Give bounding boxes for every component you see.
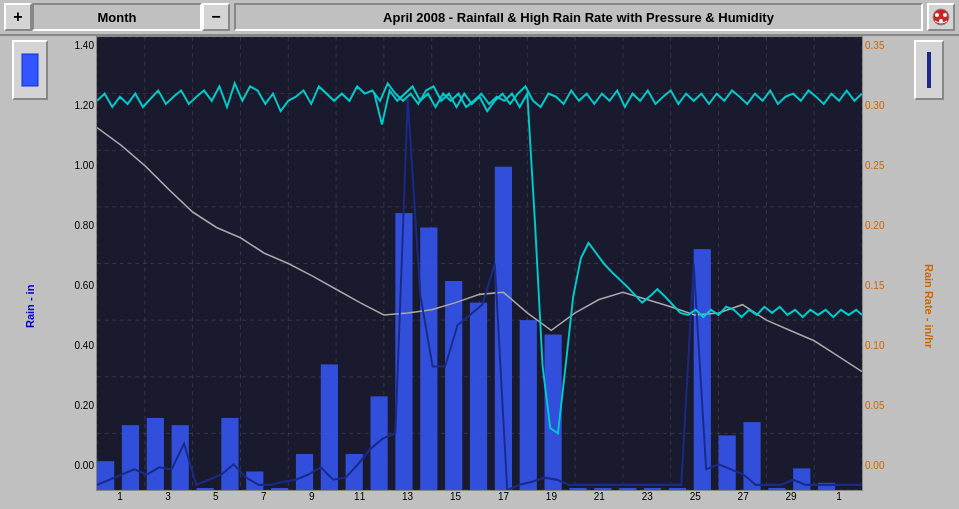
x-tick-15: 15 <box>432 491 480 509</box>
period-label: Month <box>32 3 202 31</box>
y-tick-right-7: 0.00 <box>865 460 899 471</box>
y-tick-left-3: 0.80 <box>60 220 94 231</box>
y-tick-left-2: 1.00 <box>60 160 94 171</box>
svg-rect-36 <box>196 488 213 490</box>
svg-rect-32 <box>97 461 114 490</box>
y-tick-left-7: 0.00 <box>60 460 94 471</box>
rain-rate-legend-button[interactable] <box>914 40 944 100</box>
y-tick-left-1: 1.20 <box>60 100 94 111</box>
x-tick-1: 1 <box>96 491 144 509</box>
y-tick-right-6: 0.05 <box>865 400 899 411</box>
left-axis-label: Rain - in <box>24 104 36 509</box>
x-tick-19: 19 <box>527 491 575 509</box>
x-tick-17: 17 <box>480 491 528 509</box>
svg-rect-50 <box>545 335 562 490</box>
rain-rate-legend-icon <box>921 50 937 90</box>
palette-button[interactable] <box>927 3 955 31</box>
svg-point-2 <box>943 13 947 17</box>
x-tick-3: 3 <box>144 491 192 509</box>
svg-point-1 <box>935 13 939 17</box>
svg-rect-51 <box>569 488 586 490</box>
svg-rect-55 <box>669 488 686 490</box>
y-tick-left-4: 0.60 <box>60 280 94 291</box>
palette-icon <box>931 7 951 27</box>
y-tick-left-0: 1.40 <box>60 40 94 51</box>
y-tick-right-3: 0.20 <box>865 220 899 231</box>
left-axis-container: Rain - in <box>0 36 60 509</box>
svg-rect-4 <box>22 54 38 86</box>
next-button[interactable]: − <box>202 3 230 31</box>
x-tick-5: 5 <box>192 491 240 509</box>
svg-rect-33 <box>122 425 139 490</box>
svg-rect-46 <box>445 281 462 490</box>
svg-rect-58 <box>743 422 760 490</box>
top-bar: + Month − April 2008 - Rainfall & High R… <box>0 0 959 36</box>
x-tick-29: 29 <box>767 491 815 509</box>
svg-rect-52 <box>594 488 611 490</box>
svg-rect-56 <box>694 249 711 490</box>
x-tick-13: 13 <box>384 491 432 509</box>
y-tick-right-0: 0.35 <box>865 40 899 51</box>
svg-rect-53 <box>619 488 636 490</box>
svg-rect-42 <box>346 454 363 490</box>
svg-rect-45 <box>420 227 437 490</box>
y-tick-right-5: 0.10 <box>865 340 899 351</box>
y-tick-left-5: 0.40 <box>60 340 94 351</box>
svg-rect-59 <box>768 488 785 490</box>
svg-rect-39 <box>271 488 288 490</box>
svg-rect-35 <box>172 425 189 490</box>
chart-title: April 2008 - Rainfall & High Rain Rate w… <box>234 3 923 31</box>
x-tick-23: 23 <box>623 491 671 509</box>
chart-main: 1.40 1.20 1.00 0.80 0.60 0.40 0.20 0.00 <box>60 36 899 509</box>
chart-area: Rain - in 1.40 1.20 1.00 0.80 0.60 0.40 … <box>0 36 959 509</box>
x-tick-9: 9 <box>288 491 336 509</box>
x-axis: 1 3 5 7 9 11 13 15 17 19 21 23 25 27 29 … <box>96 491 863 509</box>
chart-svg <box>97 37 862 490</box>
svg-rect-37 <box>221 418 238 490</box>
x-tick-21: 21 <box>575 491 623 509</box>
svg-rect-57 <box>719 435 736 490</box>
prev-button[interactable]: + <box>4 3 32 31</box>
right-axis-container: Rain Rate - in/hr <box>899 36 959 509</box>
x-tick-7: 7 <box>240 491 288 509</box>
x-tick-25: 25 <box>671 491 719 509</box>
x-tick-27: 27 <box>719 491 767 509</box>
x-tick-end: 1 <box>815 491 863 509</box>
y-tick-right-2: 0.25 <box>865 160 899 171</box>
rainfall-legend-button[interactable] <box>12 40 48 100</box>
rainfall-legend-icon <box>18 50 42 90</box>
right-axis-label: Rain Rate - in/hr <box>923 104 935 509</box>
x-tick-11: 11 <box>336 491 384 509</box>
svg-rect-54 <box>644 488 661 490</box>
svg-rect-49 <box>520 320 537 490</box>
main-container: + Month − April 2008 - Rainfall & High R… <box>0 0 959 509</box>
y-tick-left-6: 0.20 <box>60 400 94 411</box>
svg-rect-60 <box>793 468 810 490</box>
svg-rect-48 <box>495 167 512 490</box>
svg-rect-47 <box>470 303 487 490</box>
y-tick-right-4: 0.15 <box>865 280 899 291</box>
svg-rect-38 <box>246 471 263 490</box>
chart-canvas <box>96 36 863 491</box>
y-tick-right-1: 0.30 <box>865 100 899 111</box>
svg-rect-43 <box>370 396 387 490</box>
svg-rect-34 <box>147 418 164 490</box>
svg-rect-40 <box>296 454 313 490</box>
